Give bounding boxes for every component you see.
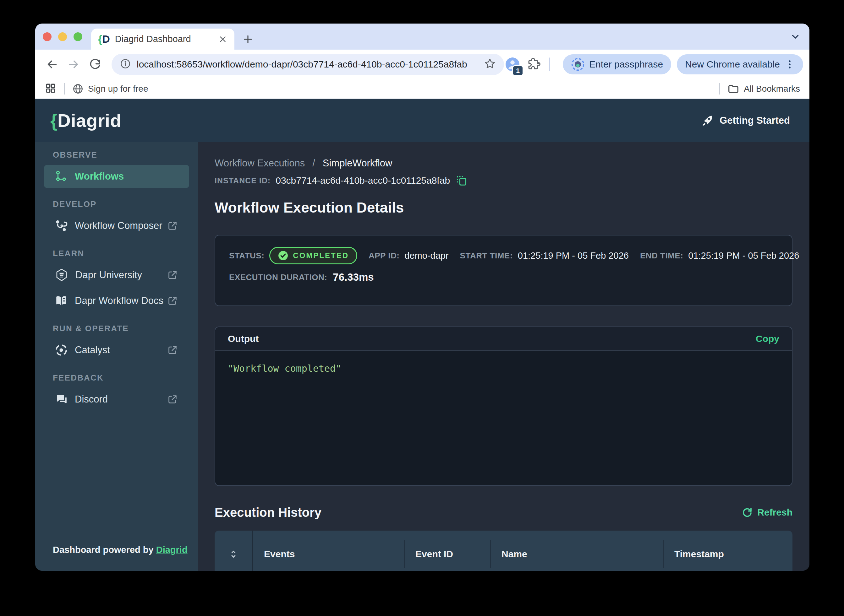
maximize-window-button[interactable] (74, 32, 82, 41)
start-time-label: START TIME: (460, 251, 513, 261)
column-header-event-id[interactable]: Event ID (404, 531, 490, 571)
sidebar-item-catalyst[interactable]: Catalyst (44, 339, 189, 362)
instance-id-value: 03cb7714-ac6d-410b-acc0-1c01125a8fab (276, 175, 450, 186)
sidebar-item-label: Workflows (75, 171, 124, 182)
execution-history-table-header: Events Event ID Name Timestamp (215, 531, 793, 571)
folder-icon (728, 83, 740, 95)
browser-window: {D Diagrid Dashboard localhost:58653/ (35, 23, 809, 571)
bookmark-label: Sign up for free (88, 84, 148, 94)
status-badge-text: COMPLETED (293, 251, 349, 260)
tab-strip: {D Diagrid Dashboard (35, 23, 809, 50)
sidebar-item-discord[interactable]: Discord (44, 388, 189, 411)
sidebar-section-observe: OBSERVE (53, 150, 198, 160)
output-panel-header: Output Copy (215, 327, 792, 351)
logo-brace: { (50, 110, 57, 131)
sidebar-footer: Dashboard powered by Diagrid (35, 545, 198, 571)
status-card-row-1: STATUS: COMPLETED APP ID: demo-dapr STAR… (229, 247, 778, 264)
column-header-timestamp[interactable]: Timestamp (663, 531, 793, 571)
diagrid-logo[interactable]: { Diagrid (50, 110, 121, 131)
external-link-icon (167, 220, 178, 231)
status-badge: COMPLETED (269, 247, 357, 264)
sidebar-item-label: Workflow Composer (75, 220, 162, 232)
close-window-button[interactable] (43, 32, 51, 41)
bookmarks-divider (64, 83, 65, 94)
sidebar: OBSERVE Workflows DEVELOP Workflow Compo… (35, 142, 198, 571)
sidebar-item-label: Catalyst (75, 345, 110, 356)
external-link-icon (167, 345, 178, 355)
docs-book-icon (55, 294, 68, 307)
sidebar-section-learn: LEARN (53, 249, 198, 258)
tab-close-icon[interactable] (218, 35, 228, 44)
output-content: "Workflow completed" (215, 351, 792, 386)
apps-grid-icon[interactable] (45, 82, 57, 95)
catalyst-icon (55, 343, 68, 357)
sidebar-item-workflows[interactable]: Workflows (44, 165, 189, 188)
tab-favicon-icon: {D (98, 33, 110, 45)
back-button[interactable] (45, 56, 60, 73)
refresh-icon (741, 507, 753, 518)
new-chrome-label: New Chrome available (685, 59, 780, 70)
getting-started-button[interactable]: Getting Started (701, 114, 790, 127)
globe-icon (72, 83, 84, 94)
discord-chat-icon (55, 393, 68, 406)
breadcrumb-workflow-executions[interactable]: Workflow Executions (215, 158, 305, 169)
new-tab-button[interactable] (242, 33, 254, 45)
bookmark-sign-up[interactable]: Sign up for free (72, 83, 148, 94)
sidebar-item-dapr-workflow-docs[interactable]: Dapr Workflow Docs (44, 289, 189, 312)
column-header-name[interactable]: Name (490, 531, 663, 571)
url-bar[interactable]: localhost:58653/workflow/demo-dapr/03cb7… (112, 54, 504, 75)
copy-instance-id-button[interactable] (456, 175, 468, 186)
tab-title: Diagrid Dashboard (115, 34, 191, 44)
reload-button[interactable] (88, 56, 103, 73)
window-controls (43, 32, 82, 41)
minimize-window-button[interactable] (58, 32, 67, 41)
bookmark-star-icon[interactable] (484, 58, 496, 71)
sidebar-item-label: Discord (75, 394, 108, 405)
check-circle-icon (278, 250, 288, 261)
site-info-icon[interactable] (120, 58, 131, 70)
execution-duration-value: 76.33ms (333, 271, 373, 283)
tab-search-chevron-icon[interactable] (790, 31, 801, 42)
sidebar-item-dapr-university[interactable]: Dapr University (44, 263, 189, 287)
external-link-icon (167, 295, 178, 306)
column-header-events[interactable]: Events (253, 531, 404, 571)
start-time-group: START TIME: 01:25:19 PM - 05 Feb 2026 (460, 251, 629, 261)
breadcrumb: Workflow Executions / SimpleWorkflow (215, 158, 793, 169)
breadcrumb-current: SimpleWorkflow (323, 158, 393, 169)
status-label: STATUS: (229, 251, 264, 261)
execution-duration-label: EXECUTION DURATION: (229, 273, 327, 282)
enter-passphrase-button[interactable]: Enter passphrase (563, 54, 671, 75)
sidebar-item-label: Dapr Workflow Docs (75, 295, 163, 307)
new-chrome-available-button[interactable]: New Chrome available (677, 54, 803, 75)
status-card-row-2: EXECUTION DURATION: 76.33ms (229, 271, 778, 283)
execution-history-title: Execution History (215, 506, 322, 520)
sort-column[interactable] (215, 531, 253, 571)
page-title: Workflow Execution Details (215, 199, 793, 216)
forward-button[interactable] (66, 56, 81, 73)
app-body: OBSERVE Workflows DEVELOP Workflow Compo… (35, 142, 809, 571)
toolbar-right-group: 1 Enter passphrase New Chrome available (504, 54, 803, 75)
sync-badge: 1 (512, 65, 523, 76)
all-bookmarks-group[interactable]: All Bookmarks (712, 83, 800, 95)
breadcrumb-separator: / (312, 158, 315, 169)
dapr-university-icon (55, 268, 69, 282)
status-card: STATUS: COMPLETED APP ID: demo-dapr STAR… (215, 235, 793, 306)
powered-by-text: Dashboard powered by (53, 545, 154, 555)
url-text[interactable]: localhost:58653/workflow/demo-dapr/03cb7… (137, 59, 484, 70)
browser-menu-dots-icon (784, 59, 795, 70)
refresh-button[interactable]: Refresh (741, 507, 793, 518)
composer-icon (55, 219, 68, 232)
sync-profile-icon[interactable]: 1 (504, 56, 521, 73)
bookmarks-divider-right (719, 83, 720, 94)
powered-by-diagrid-link[interactable]: Diagrid (156, 545, 188, 555)
browser-tab[interactable]: {D Diagrid Dashboard (91, 29, 234, 50)
app-header: { Diagrid Getting Started (35, 99, 809, 142)
extensions-puzzle-icon[interactable] (525, 56, 543, 73)
output-copy-button[interactable]: Copy (756, 333, 779, 344)
logo-text: Diagrid (57, 110, 121, 131)
rocket-icon (701, 114, 714, 127)
app-id-value: demo-dapr (404, 251, 448, 261)
sidebar-item-workflow-composer[interactable]: Workflow Composer (44, 214, 189, 238)
output-title: Output (228, 333, 259, 344)
enter-passphrase-label: Enter passphrase (589, 59, 663, 70)
